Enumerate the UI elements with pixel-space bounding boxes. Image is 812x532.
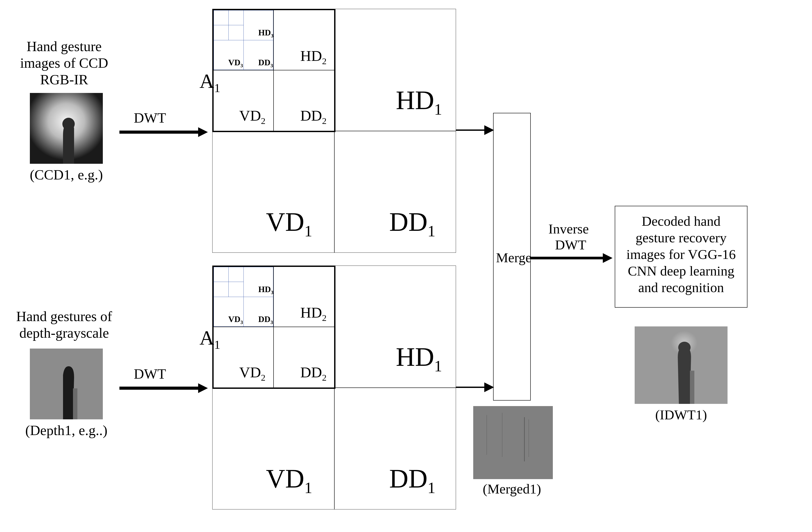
- svg-point-11: [678, 342, 691, 353]
- depth-title-line2: depth-grayscale: [9, 325, 119, 341]
- dwt-arrow-top-head: [198, 127, 208, 137]
- svg-rect-8: [528, 419, 529, 457]
- dwt-top-dd3: DD3: [250, 49, 273, 78]
- ccd-image: [30, 93, 103, 164]
- depth-caption: (Depth1, e.g..): [15, 423, 117, 438]
- dwt-bot-hd2: HD2: [285, 288, 327, 339]
- ccd-caption: (CCD1, e.g.): [20, 167, 113, 183]
- dwt-bot-vd1: VD1: [240, 435, 312, 526]
- svg-point-2: [62, 118, 75, 130]
- dwt-top-dd2: DD2: [285, 91, 327, 142]
- output-line5: and recognition: [617, 280, 745, 295]
- idwt-image: [635, 326, 727, 404]
- dwt-bot-l4-h: [214, 282, 244, 282]
- arrow-merge-to-output-shaft: [531, 257, 604, 260]
- merged-caption: (Merged1): [468, 481, 556, 496]
- dwt-label-bottom: DWT: [134, 366, 166, 382]
- arrow-merge-to-output-head: [603, 253, 612, 263]
- output-line1: Decoded hand: [617, 213, 745, 228]
- dwt-bot-dd1: DD1: [363, 435, 435, 526]
- arrow-topgrid-to-merge-head: [484, 125, 494, 135]
- dwt-top-l4-h: [214, 25, 244, 25]
- dwt-top-hd2: HD2: [285, 31, 327, 83]
- inverse-dwt-line2: DWT: [555, 237, 586, 252]
- output-line3: images for VGG-16: [617, 247, 745, 262]
- dwt-bot-vd2: VD2: [224, 347, 265, 399]
- arrow-botgrid-to-merge-head: [484, 382, 494, 392]
- svg-rect-4: [473, 406, 553, 479]
- depth-title-line1: Hand gestures of: [9, 309, 119, 324]
- dwt-top-vd3: VD3: [220, 49, 243, 78]
- dwt-bot-dd2: DD2: [285, 347, 327, 399]
- dwt-bot-a1-label: A1: [180, 304, 220, 374]
- dwt-arrow-bottom-head: [198, 383, 208, 393]
- dwt-top-vd2: VD2: [224, 91, 265, 142]
- svg-rect-6: [502, 413, 503, 457]
- dwt-arrow-top-shaft: [119, 130, 199, 134]
- dwt-bot-hd1: HD1: [369, 313, 442, 404]
- dwt-top-a1-label: A1: [180, 47, 220, 117]
- ccd-title-line2: images of CCD: [9, 55, 119, 71]
- svg-rect-5: [487, 415, 487, 455]
- depth-image: [30, 349, 103, 419]
- dwt-arrow-bottom-shaft: [119, 387, 199, 390]
- arrow-topgrid-to-merge-shaft: [456, 129, 485, 131]
- dwt-top-vd1: VD1: [240, 178, 312, 269]
- merge-label: Merge: [496, 250, 532, 265]
- arrow-botgrid-to-merge-shaft: [456, 387, 485, 388]
- diagram-canvas: Hand gesture images of CCD RGB-IR (CCD1,…: [0, 0, 812, 532]
- dwt-bot-dd3: DD3: [250, 305, 273, 334]
- idwt-caption: (IDWT1): [628, 407, 734, 422]
- ccd-title-line3: RGB-IR: [9, 72, 119, 87]
- output-line2: gesture recovery: [617, 230, 745, 245]
- ccd-title-line1: Hand gesture: [9, 39, 119, 54]
- merged-image: [473, 406, 553, 479]
- inverse-dwt-line1: Inverse: [548, 221, 589, 236]
- output-line4: CNN deep learning: [617, 263, 745, 278]
- dwt-bot-vd3: VD3: [220, 305, 243, 334]
- dwt-top-hd1: HD1: [369, 56, 442, 148]
- svg-rect-7: [524, 417, 525, 461]
- dwt-label-top: DWT: [134, 110, 166, 126]
- dwt-top-dd1: DD1: [363, 178, 435, 269]
- dwt-top-hd3: HD3: [250, 19, 273, 47]
- dwt-bot-hd3: HD3: [250, 276, 273, 304]
